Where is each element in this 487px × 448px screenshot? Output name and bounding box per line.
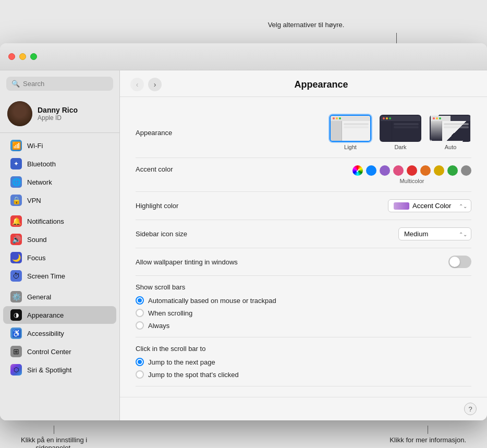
radio-next-page	[136, 358, 144, 366]
appearance-thumb-dark	[380, 115, 421, 142]
appearance-icon: ◑	[10, 309, 22, 321]
title-bar	[0, 43, 487, 70]
sidebar-label-screentime: Screen Time	[27, 272, 65, 280]
accent-swatch-blue[interactable]	[366, 165, 376, 176]
accent-swatch-green[interactable]	[447, 165, 458, 176]
forward-button[interactable]: ›	[148, 78, 162, 91]
scroll-bars-section: Show scroll bars Automatically based on …	[136, 276, 471, 337]
system-settings-window: 🔍 Danny Rico Apple ID 📶	[0, 43, 487, 420]
avatar	[7, 101, 32, 126]
scroll-option-auto[interactable]: Automatically based on mouse or trackpad	[136, 296, 471, 305]
general-icon: ⚙️	[10, 291, 22, 302]
sidebar-icon-size-label: Sidebar icon size	[136, 230, 229, 238]
sidebar-label-network: Network	[27, 178, 52, 186]
click-option-next-page[interactable]: Jump to the next page	[136, 358, 471, 366]
scroll-option-always[interactable]: Always	[136, 321, 471, 330]
highlight-color-row: Highlight color Accent Color	[136, 192, 471, 220]
user-profile[interactable]: Danny Rico Apple ID	[0, 97, 119, 133]
click-option-clicked-spot[interactable]: Jump to the spot that's clicked	[136, 370, 471, 379]
appearance-thumb-light	[330, 115, 371, 142]
minimize-button[interactable]	[19, 53, 26, 60]
appearance-option-auto[interactable]: Auto	[430, 115, 471, 150]
sidebar-item-notifications[interactable]: 🔔 Notifications	[3, 212, 116, 230]
highlight-dropdown[interactable]: Accent Color	[388, 199, 471, 212]
appearance-options: Light	[330, 115, 471, 150]
sidebar-label-appearance: Appearance	[27, 311, 64, 319]
highlight-dropdown-wrapper[interactable]: Accent Color	[388, 199, 471, 212]
sidebar-item-sound[interactable]: 🔊 Sound	[3, 231, 116, 248]
highlight-value: Accent Color	[412, 202, 451, 210]
focus-icon: 🌙	[10, 252, 22, 263]
sidebar-item-appearance[interactable]: ◑ Appearance	[3, 306, 116, 324]
sidebar-label-wifi: Wi-Fi	[27, 142, 43, 150]
accent-swatch-multicolor[interactable]	[352, 165, 363, 176]
accent-color-swatches	[352, 165, 471, 176]
user-info: Danny Rico Apple ID	[38, 106, 78, 122]
sidebar-item-network[interactable]: 🌐 Network	[3, 173, 116, 191]
detail-footer: ?	[120, 397, 487, 420]
sound-icon: 🔊	[10, 234, 22, 245]
accent-color-label: Accent color	[136, 165, 229, 173]
appearance-thumb-auto	[430, 115, 471, 142]
scroll-option-auto-label: Automatically based on mouse or trackpad	[148, 297, 276, 305]
scroll-option-scrolling-label: When scrolling	[148, 309, 192, 317]
vpn-icon: 🔒	[10, 195, 22, 206]
network-icon: 🌐	[10, 176, 22, 188]
sidebar-label-controlcenter: Control Center	[27, 348, 71, 356]
sidebar-item-vpn[interactable]: 🔒 VPN	[3, 191, 116, 209]
search-box[interactable]: 🔍	[6, 77, 113, 91]
sidebar-label-focus: Focus	[27, 254, 45, 262]
bluetooth-icon: ✦	[10, 158, 22, 169]
sidebar-item-wifi[interactable]: 📶 Wi-Fi	[3, 137, 116, 154]
annotation-left: Klikk på en innstilling isidepanelet.	[21, 426, 87, 448]
wallpaper-tinting-toggle[interactable]	[448, 256, 471, 268]
highlight-color-label: Highlight color	[136, 202, 229, 210]
accent-color-row: Accent color	[136, 158, 471, 192]
accent-colors: Multicolor	[352, 165, 471, 184]
notifications-icon: 🔔	[10, 215, 22, 227]
sidebar-section-alerts: 🔔 Notifications 🔊 Sound 🌙 Focus ⏱ Screen…	[0, 212, 119, 285]
click-scroll-label: Click in the scroll bar to	[136, 345, 471, 353]
annotation-right: Klikk for mer informasjon.	[389, 426, 466, 448]
annotations: Klikk på en innstilling isidepanelet. Kl…	[0, 426, 487, 448]
appearance-option-light[interactable]: Light	[330, 115, 371, 150]
accent-swatch-purple[interactable]	[380, 165, 390, 176]
sidebar-item-accessibility[interactable]: ♿ Accessibility	[3, 324, 116, 342]
sidebar-icon-size-dropdown-wrapper[interactable]: Small Medium Large	[398, 227, 471, 240]
close-button[interactable]	[8, 53, 15, 60]
sidebar-item-controlcenter[interactable]: ⊞ Control Center	[3, 343, 116, 360]
back-button[interactable]: ‹	[130, 78, 144, 91]
sidebar-item-siri[interactable]: ⬡ Siri & Spotlight	[3, 361, 116, 379]
accent-swatch-gray[interactable]	[461, 165, 471, 176]
help-button[interactable]: ?	[464, 403, 477, 415]
appearance-row-label: Appearance	[136, 129, 229, 137]
scroll-option-scrolling[interactable]: When scrolling	[136, 309, 471, 317]
appearance-option-dark[interactable]: Dark	[380, 115, 421, 150]
sidebar-icon-size-row: Sidebar icon size Small Medium Large	[136, 220, 471, 248]
user-sub: Apple ID	[38, 114, 78, 122]
accent-swatch-yellow[interactable]	[434, 165, 444, 176]
sidebar-item-focus[interactable]: 🌙 Focus	[3, 249, 116, 267]
radio-clicked-spot	[136, 370, 144, 379]
sidebar-item-screentime[interactable]: ⏱ Screen Time	[3, 267, 116, 285]
sidebar-label-vpn: VPN	[27, 197, 41, 204]
traffic-lights	[8, 53, 37, 60]
wifi-icon: 📶	[10, 140, 22, 151]
sidebar-section-network: 📶 Wi-Fi ✦ Bluetooth 🌐 Network 🔒 VPN	[0, 136, 119, 210]
sidebar-item-general[interactable]: ⚙️ General	[3, 288, 116, 306]
sidebar-label-siri: Siri & Spotlight	[27, 366, 71, 374]
accent-swatch-pink[interactable]	[393, 165, 404, 176]
tooltip-line-top	[396, 33, 397, 43]
sidebar-icon-size-select[interactable]: Small Medium Large	[398, 227, 471, 240]
accessibility-icon: ♿	[10, 328, 22, 339]
sidebar-label-bluetooth: Bluetooth	[27, 160, 56, 168]
sidebar-item-bluetooth[interactable]: ✦ Bluetooth	[3, 155, 116, 173]
maximize-button[interactable]	[30, 53, 37, 60]
main-content: 🔍 Danny Rico Apple ID 📶	[0, 70, 487, 420]
screentime-icon: ⏱	[10, 270, 22, 282]
appearance-label-light: Light	[344, 144, 357, 150]
accent-swatch-red[interactable]	[407, 165, 417, 176]
accent-swatch-orange[interactable]	[420, 165, 431, 176]
detail-body: Appearance	[120, 97, 487, 397]
search-input[interactable]	[23, 80, 108, 88]
